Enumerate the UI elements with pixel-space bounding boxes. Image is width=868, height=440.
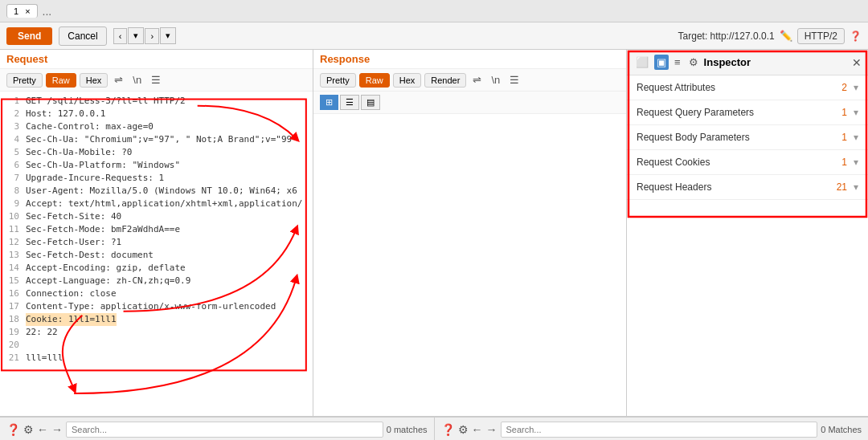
target-label: Target: http://127.0.0.1 <box>678 31 775 42</box>
request-help-icon[interactable]: ❓ <box>6 423 20 436</box>
inspector-item-query-params[interactable]: Request Query Parameters 1 ▾ <box>627 100 868 125</box>
inspector-headers-count: 21 <box>837 181 847 193</box>
target-info: Target: http://127.0.0.1 ✏️ HTTP/2 ❓ <box>678 28 862 44</box>
nav-dropdown-button[interactable]: ▾ <box>128 27 144 44</box>
help-icon[interactable]: ❓ <box>850 31 862 42</box>
line-10: 10 Sec-Fetch-Site: 40 <box>3 210 309 223</box>
response-help-icon[interactable]: ❓ <box>441 423 455 436</box>
line-8: 8 User-Agent: Mozilla/5.0 (Windows NT 10… <box>3 185 309 198</box>
inspector-list-icon[interactable]: ≡ <box>672 55 683 70</box>
request-forward-icon[interactable]: → <box>51 423 63 436</box>
response-wrap-icon[interactable]: ⇌ <box>469 72 485 88</box>
response-render-button[interactable]: Render <box>424 73 466 88</box>
inspector-query-arrow: ▾ <box>854 107 858 118</box>
line-12: 12 Sec-Fetch-User: ?1 <box>3 236 309 249</box>
response-nl-icon[interactable]: \n <box>488 72 503 88</box>
line-11: 11 Sec-Fetch-Mode: bmF2aWdhdA==e <box>3 223 309 236</box>
response-panel: Response Pretty Raw Hex Render ⇌ \n ☰ ⊞ … <box>313 50 627 416</box>
response-back-icon[interactable]: ← <box>472 423 483 436</box>
view-split-button[interactable]: ⊞ <box>320 95 338 110</box>
tab-1[interactable]: 1 × <box>6 4 38 18</box>
tab-1-label: 1 <box>14 6 18 16</box>
line-1: 1 GET /sqli/Less-3/?ll=ll HTTP/2 <box>3 95 309 108</box>
line-3: 3 Cache-Control: max-age=0 <box>3 120 309 133</box>
response-hex-button[interactable]: Hex <box>393 73 422 88</box>
line-5: 5 Sec-Ch-Ua-Mobile: ?0 <box>3 146 309 159</box>
request-panel: Request Pretty Raw Hex ⇌ \n ☰ 1 GET /sql… <box>0 50 313 416</box>
line-14: 14 Accept-Encoding: gzip, deflate <box>3 262 309 275</box>
response-raw-button[interactable]: Raw <box>359 73 390 88</box>
request-content[interactable]: 1 GET /sqli/Less-3/?ll=ll HTTP/2 2 Host:… <box>0 92 313 416</box>
tab-1-close[interactable]: × <box>25 6 30 16</box>
request-back-icon[interactable]: ← <box>37 423 48 436</box>
inspector-item-attributes[interactable]: Request Attributes 2 ▾ <box>627 75 868 100</box>
response-menu-icon[interactable]: ☰ <box>506 72 522 88</box>
response-matches-text: 0 Matches <box>821 425 862 434</box>
response-forward-icon[interactable]: → <box>486 423 497 436</box>
inspector-query-count: 1 <box>841 107 847 118</box>
line-13: 13 Sec-Fetch-Dest: document <box>3 249 309 262</box>
request-menu-icon[interactable]: ☰ <box>148 72 164 88</box>
line-20: 20 <box>3 339 309 352</box>
inspector-body-count: 1 <box>841 132 847 143</box>
inspector-headers-arrow: ▾ <box>854 181 858 193</box>
response-search-bar: ❓ ⚙ ← → 0 Matches <box>435 417 869 440</box>
response-settings-icon[interactable]: ⚙ <box>458 423 469 436</box>
inspector-attributes-label: Request Attributes <box>637 82 841 93</box>
request-settings-icon[interactable]: ⚙ <box>23 423 34 436</box>
request-wrap-icon[interactable]: ⇌ <box>111 72 126 88</box>
inspector-view1-icon[interactable]: ⬜ <box>633 55 651 70</box>
inspector-cookies-arrow: ▾ <box>854 157 858 168</box>
inspector-header: ⬜ ▣ ≡ ⚙ Inspector ✕ <box>627 50 868 75</box>
nav-buttons: ‹ ▾ › ▾ <box>113 27 176 44</box>
inspector-settings-icon[interactable]: ⚙ <box>686 55 701 70</box>
response-content[interactable] <box>313 114 626 416</box>
tab-bar: 1 × ... <box>0 0 868 22</box>
request-raw-button[interactable]: Raw <box>46 73 76 88</box>
request-nl-icon[interactable]: \n <box>129 72 145 88</box>
inspector-view2-icon[interactable]: ▣ <box>654 55 669 70</box>
edit-icon[interactable]: ✏️ <box>780 30 792 42</box>
line-19: 19 22: 22 <box>3 326 309 339</box>
response-pretty-button[interactable]: Pretty <box>320 73 356 88</box>
line-16: 16 Connection: close <box>3 287 309 300</box>
request-hex-button[interactable]: Hex <box>80 73 108 88</box>
request-pretty-button[interactable]: Pretty <box>6 73 43 88</box>
inspector-title: Inspector <box>704 56 845 68</box>
nav-left-button[interactable]: ‹ <box>113 28 128 44</box>
request-format-bar: Pretty Raw Hex ⇌ \n ☰ <box>0 69 313 92</box>
inspector-query-label: Request Query Parameters <box>637 107 841 118</box>
line-7: 7 Upgrade-Incure-Requests: 1 <box>3 172 309 185</box>
nav-dropdown2-button[interactable]: ▾ <box>160 27 176 44</box>
request-panel-header: Request <box>0 50 313 69</box>
nav-right-button[interactable]: › <box>145 28 159 44</box>
request-search-bar: ❓ ⚙ ← → 0 matches <box>0 417 435 440</box>
inspector-attributes-count: 2 <box>841 82 847 93</box>
response-format-bar: Pretty Raw Hex Render ⇌ \n ☰ <box>313 69 626 92</box>
bottom-bars: ❓ ⚙ ← → 0 matches ❓ ⚙ ← → 0 Matches <box>0 416 868 440</box>
line-18: 18 Cookie: 1ll1=1ll1 <box>3 313 309 326</box>
toolbar: Send Cancel ‹ ▾ › ▾ Target: http://127.0… <box>0 22 868 50</box>
response-search-input[interactable] <box>501 422 818 438</box>
inspector-panel: ⬜ ▣ ≡ ⚙ Inspector ✕ Request Attributes 2… <box>627 50 868 416</box>
inspector-close-icon[interactable]: ✕ <box>852 56 862 69</box>
line-9: 9 Accept: text/html,application/xhtml+xm… <box>3 198 309 210</box>
view-list-button[interactable]: ☰ <box>340 95 359 110</box>
inspector-body-arrow: ▾ <box>854 132 858 143</box>
send-button[interactable]: Send <box>6 27 52 45</box>
tab-more[interactable]: ... <box>43 5 52 18</box>
inspector-item-cookies[interactable]: Request Cookies 1 ▾ <box>627 150 868 175</box>
inspector-item-headers[interactable]: Request Headers 21 ▾ <box>627 175 868 200</box>
http-version-badge[interactable]: HTTP/2 <box>797 28 845 44</box>
view-compact-button[interactable]: ▤ <box>361 95 380 110</box>
request-search-input[interactable] <box>66 422 383 438</box>
inspector-cookies-count: 1 <box>841 157 847 168</box>
request-matches-text: 0 matches <box>387 425 428 434</box>
inspector-item-body-params[interactable]: Request Body Parameters 1 ▾ <box>627 125 868 150</box>
main-area: Request Pretty Raw Hex ⇌ \n ☰ 1 GET /sql… <box>0 50 868 416</box>
response-title: Response <box>320 53 370 65</box>
line-6: 6 Sec-Ch-Ua-Platform: "Windows" <box>3 159 309 172</box>
cancel-button[interactable]: Cancel <box>59 26 106 46</box>
request-title: Request <box>6 53 47 65</box>
response-panel-header: Response <box>313 50 626 69</box>
